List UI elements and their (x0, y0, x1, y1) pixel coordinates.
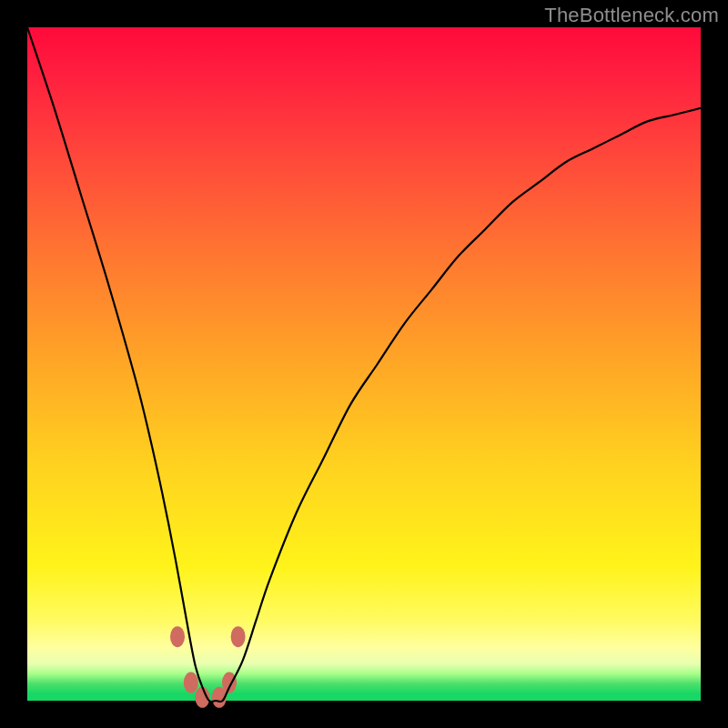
chart-markers (170, 626, 246, 708)
plot-svg (27, 27, 701, 701)
watermark-text: TheBottleneck.com (544, 4, 719, 27)
curve-marker (231, 626, 246, 647)
curve-marker (184, 672, 198, 693)
bottleneck-curve (27, 27, 701, 702)
chart-frame: TheBottleneck.com (0, 0, 728, 728)
curve-marker (170, 626, 185, 647)
curve-marker (222, 672, 237, 693)
plot-area (27, 27, 701, 701)
